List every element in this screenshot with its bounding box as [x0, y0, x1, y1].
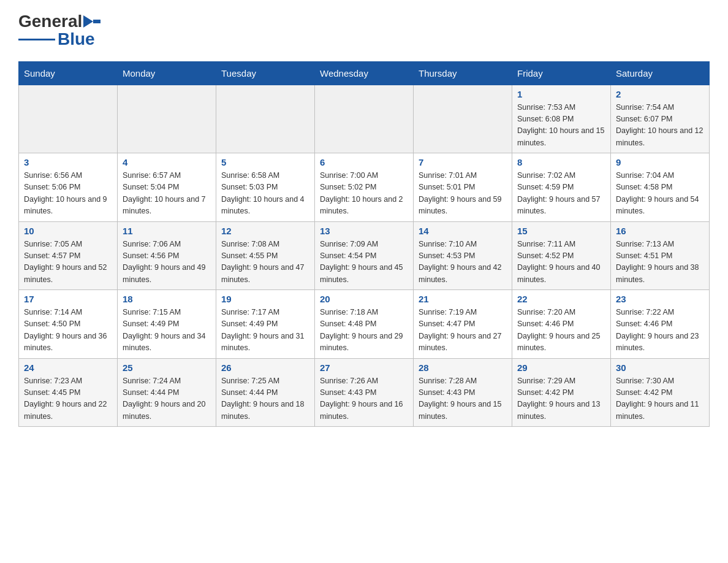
- calendar-cell: 17Sunrise: 7:14 AMSunset: 4:50 PMDayligh…: [19, 290, 118, 359]
- day-number: 8: [517, 157, 605, 167]
- day-info: Sunrise: 7:05 AMSunset: 4:57 PMDaylight:…: [24, 239, 112, 286]
- day-info: Sunrise: 6:58 AMSunset: 5:03 PMDaylight:…: [221, 170, 309, 218]
- day-info: Sunrise: 7:08 AMSunset: 4:55 PMDaylight:…: [221, 239, 309, 286]
- day-info: Sunrise: 7:10 AMSunset: 4:53 PMDaylight:…: [419, 239, 507, 286]
- day-number: 7: [419, 157, 507, 167]
- day-number: 12: [221, 226, 309, 236]
- calendar-cell: 7Sunrise: 7:01 AMSunset: 5:01 PMDaylight…: [414, 153, 512, 222]
- calendar-cell: [118, 85, 216, 153]
- logo-general: General: [18, 12, 82, 31]
- calendar-cell: [216, 85, 315, 153]
- day-number: 6: [320, 157, 408, 167]
- calendar-cell: 3Sunrise: 6:56 AMSunset: 5:06 PMDaylight…: [19, 153, 118, 222]
- day-info: Sunrise: 7:53 AMSunset: 6:08 PMDaylight:…: [517, 102, 605, 150]
- week-row-2: 3Sunrise: 6:56 AMSunset: 5:06 PMDaylight…: [19, 153, 710, 222]
- day-info: Sunrise: 7:11 AMSunset: 4:52 PMDaylight:…: [517, 239, 605, 286]
- day-info: Sunrise: 7:28 AMSunset: 4:43 PMDaylight:…: [419, 375, 507, 423]
- calendar-cell: 13Sunrise: 7:09 AMSunset: 4:54 PMDayligh…: [315, 221, 414, 290]
- day-info: Sunrise: 7:09 AMSunset: 4:54 PMDaylight:…: [320, 239, 408, 286]
- day-number: 23: [616, 294, 704, 304]
- logo: General Blue: [18, 12, 100, 49]
- calendar-cell: 12Sunrise: 7:08 AMSunset: 4:55 PMDayligh…: [216, 221, 315, 290]
- day-number: 27: [320, 362, 408, 373]
- header-monday: Monday: [118, 61, 216, 85]
- day-info: Sunrise: 7:23 AMSunset: 4:45 PMDaylight:…: [24, 375, 112, 423]
- page-header: General Blue: [18, 12, 710, 49]
- calendar-cell: 27Sunrise: 7:26 AMSunset: 4:43 PMDayligh…: [315, 358, 414, 427]
- calendar-cell: 23Sunrise: 7:22 AMSunset: 4:46 PMDayligh…: [611, 290, 710, 359]
- header-friday: Friday: [512, 61, 611, 85]
- day-info: Sunrise: 7:02 AMSunset: 4:59 PMDaylight:…: [517, 170, 605, 218]
- svg-rect-1: [93, 20, 100, 23]
- header-thursday: Thursday: [414, 61, 512, 85]
- day-info: Sunrise: 7:24 AMSunset: 4:44 PMDaylight:…: [123, 375, 211, 423]
- day-number: 22: [517, 294, 605, 304]
- calendar-cell: 1Sunrise: 7:53 AMSunset: 6:08 PMDaylight…: [512, 85, 611, 153]
- calendar-cell: 11Sunrise: 7:06 AMSunset: 4:56 PMDayligh…: [118, 221, 216, 290]
- calendar-cell: 4Sunrise: 6:57 AMSunset: 5:04 PMDaylight…: [118, 153, 216, 222]
- week-row-3: 10Sunrise: 7:05 AMSunset: 4:57 PMDayligh…: [19, 221, 710, 290]
- day-info: Sunrise: 7:19 AMSunset: 4:47 PMDaylight:…: [419, 307, 507, 354]
- calendar-cell: [315, 85, 414, 153]
- calendar-cell: 22Sunrise: 7:20 AMSunset: 4:46 PMDayligh…: [512, 290, 611, 359]
- day-info: Sunrise: 7:17 AMSunset: 4:49 PMDaylight:…: [221, 307, 309, 354]
- day-info: Sunrise: 7:15 AMSunset: 4:49 PMDaylight:…: [123, 307, 211, 354]
- day-info: Sunrise: 7:54 AMSunset: 6:07 PMDaylight:…: [616, 102, 704, 150]
- day-number: 2: [616, 89, 704, 99]
- day-number: 5: [221, 157, 309, 167]
- day-number: 29: [517, 362, 605, 373]
- week-row-4: 17Sunrise: 7:14 AMSunset: 4:50 PMDayligh…: [19, 290, 710, 359]
- day-number: 11: [123, 226, 211, 236]
- day-number: 28: [419, 362, 507, 373]
- week-row-1: 1Sunrise: 7:53 AMSunset: 6:08 PMDaylight…: [19, 85, 710, 153]
- calendar-table: SundayMondayTuesdayWednesdayThursdayFrid…: [18, 61, 710, 427]
- day-info: Sunrise: 7:22 AMSunset: 4:46 PMDaylight:…: [616, 307, 704, 354]
- day-info: Sunrise: 7:14 AMSunset: 4:50 PMDaylight:…: [24, 307, 112, 354]
- calendar-cell: 6Sunrise: 7:00 AMSunset: 5:02 PMDaylight…: [315, 153, 414, 222]
- header-saturday: Saturday: [611, 61, 710, 85]
- day-number: 16: [616, 226, 704, 236]
- calendar-cell: [19, 85, 118, 153]
- calendar-cell: 9Sunrise: 7:04 AMSunset: 4:58 PMDaylight…: [611, 153, 710, 222]
- day-info: Sunrise: 6:56 AMSunset: 5:06 PMDaylight:…: [24, 170, 112, 218]
- day-number: 4: [123, 157, 211, 167]
- calendar-cell: [414, 85, 512, 153]
- day-number: 19: [221, 294, 309, 304]
- calendar-cell: 26Sunrise: 7:25 AMSunset: 4:44 PMDayligh…: [216, 358, 315, 427]
- calendar-cell: 18Sunrise: 7:15 AMSunset: 4:49 PMDayligh…: [118, 290, 216, 359]
- day-number: 13: [320, 226, 408, 236]
- header-wednesday: Wednesday: [315, 61, 414, 85]
- header-tuesday: Tuesday: [216, 61, 315, 85]
- day-info: Sunrise: 7:01 AMSunset: 5:01 PMDaylight:…: [419, 170, 507, 218]
- day-info: Sunrise: 7:04 AMSunset: 4:58 PMDaylight:…: [616, 170, 704, 218]
- calendar-cell: 14Sunrise: 7:10 AMSunset: 4:53 PMDayligh…: [414, 221, 512, 290]
- day-number: 17: [24, 294, 112, 304]
- day-number: 9: [616, 157, 704, 167]
- day-info: Sunrise: 7:29 AMSunset: 4:42 PMDaylight:…: [517, 375, 605, 423]
- day-number: 10: [24, 226, 112, 236]
- day-number: 14: [419, 226, 507, 236]
- day-number: 1: [517, 89, 605, 99]
- day-number: 30: [616, 362, 704, 373]
- day-info: Sunrise: 7:25 AMSunset: 4:44 PMDaylight:…: [221, 375, 309, 423]
- day-info: Sunrise: 7:18 AMSunset: 4:48 PMDaylight:…: [320, 307, 408, 354]
- calendar-header-row: SundayMondayTuesdayWednesdayThursdayFrid…: [19, 61, 710, 85]
- calendar-cell: 29Sunrise: 7:29 AMSunset: 4:42 PMDayligh…: [512, 358, 611, 427]
- svg-marker-0: [83, 15, 93, 28]
- day-number: 26: [221, 362, 309, 373]
- calendar-cell: 16Sunrise: 7:13 AMSunset: 4:51 PMDayligh…: [611, 221, 710, 290]
- day-number: 21: [419, 294, 507, 304]
- day-info: Sunrise: 7:00 AMSunset: 5:02 PMDaylight:…: [320, 170, 408, 218]
- day-info: Sunrise: 7:30 AMSunset: 4:42 PMDaylight:…: [616, 375, 704, 423]
- day-number: 15: [517, 226, 605, 236]
- calendar-cell: 19Sunrise: 7:17 AMSunset: 4:49 PMDayligh…: [216, 290, 315, 359]
- logo-arrow-icon: [83, 14, 100, 29]
- calendar-cell: 2Sunrise: 7:54 AMSunset: 6:07 PMDaylight…: [611, 85, 710, 153]
- day-number: 20: [320, 294, 408, 304]
- day-number: 3: [24, 157, 112, 167]
- calendar-cell: 28Sunrise: 7:28 AMSunset: 4:43 PMDayligh…: [414, 358, 512, 427]
- calendar-cell: 30Sunrise: 7:30 AMSunset: 4:42 PMDayligh…: [611, 358, 710, 427]
- day-info: Sunrise: 7:26 AMSunset: 4:43 PMDaylight:…: [320, 375, 408, 423]
- calendar-cell: 5Sunrise: 6:58 AMSunset: 5:03 PMDaylight…: [216, 153, 315, 222]
- day-number: 24: [24, 362, 112, 373]
